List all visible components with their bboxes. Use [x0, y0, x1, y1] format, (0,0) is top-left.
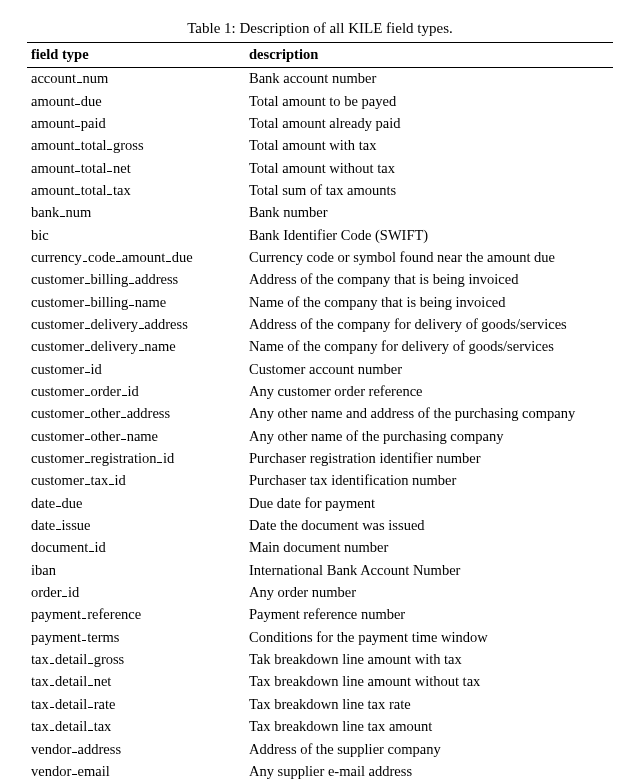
description-cell: Tax breakdown line tax amount — [245, 716, 613, 738]
underscore-icon — [129, 293, 134, 306]
field-type-value: datedue — [31, 495, 82, 511]
field-type-value: amounttotalnet — [31, 160, 131, 176]
field-type-cell: customerdeliveryname — [27, 336, 245, 358]
field-type-cell: customerdeliveryaddress — [27, 314, 245, 336]
field-type-cell: orderid — [27, 582, 245, 604]
table-row: taxdetailrateTax breakdown line tax rate — [27, 693, 613, 715]
description-cell: Customer account number — [245, 358, 613, 380]
field-type-cell: taxdetailnet — [27, 671, 245, 693]
description-cell: Bank Identifier Code (SWIFT) — [245, 224, 613, 246]
underscore-icon — [139, 338, 144, 351]
underscore-icon — [82, 606, 87, 619]
field-type-cell: customerbillingname — [27, 291, 245, 313]
field-type-cell: customerotheraddress — [27, 403, 245, 425]
description-cell: Name of the company that is being invoic… — [245, 291, 613, 313]
table-row: dateissueDate the document was issued — [27, 515, 613, 537]
underscore-icon — [50, 717, 55, 730]
underscore-icon — [50, 695, 55, 708]
description-cell: Purchaser tax identification number — [245, 470, 613, 492]
field-type-cell: customerorderid — [27, 381, 245, 403]
table-row: amounttotalgrossTotal amount with tax — [27, 135, 613, 157]
underscore-icon — [85, 405, 90, 418]
underscore-icon — [88, 673, 93, 686]
underscore-icon — [50, 673, 55, 686]
field-type-value: customerregistrationid — [31, 450, 174, 466]
underscore-icon — [122, 382, 127, 395]
field-type-cell: amountdue — [27, 90, 245, 112]
underscore-icon — [85, 271, 90, 284]
table-row: orderidAny order number — [27, 582, 613, 604]
underscore-icon — [75, 92, 80, 105]
field-type-value: currencycodeamountdue — [31, 249, 193, 265]
field-type-cell: customerothername — [27, 425, 245, 447]
field-type-value: customerdeliveryaddress — [31, 316, 188, 332]
field-type-value: documentid — [31, 539, 106, 555]
table-row: amountpaidTotal amount already paid — [27, 113, 613, 135]
table-row: taxdetailgrossTak breakdown line amount … — [27, 649, 613, 671]
underscore-icon — [75, 114, 80, 127]
table-row: datedueDue date for payment — [27, 492, 613, 514]
page: Table 1: Description of all KILE field t… — [0, 0, 640, 779]
underscore-icon — [88, 650, 93, 663]
field-type-cell: amounttotalnet — [27, 157, 245, 179]
field-type-value: customerothername — [31, 428, 158, 444]
field-type-value: customerid — [31, 361, 102, 377]
field-type-cell: amounttotaltax — [27, 180, 245, 202]
underscore-icon — [56, 516, 61, 529]
description-cell: Tak breakdown line amount with tax — [245, 649, 613, 671]
underscore-icon — [77, 69, 82, 82]
field-type-value: taxdetailrate — [31, 696, 115, 712]
description-cell: Payment reference number — [245, 604, 613, 626]
description-cell: Address of the company that is being inv… — [245, 269, 613, 291]
description-cell: Total amount already paid — [245, 113, 613, 135]
field-type-value: amountdue — [31, 93, 102, 109]
underscore-icon — [129, 271, 134, 284]
underscore-icon — [85, 293, 90, 306]
underscore-icon — [109, 472, 114, 485]
field-type-value: accountnum — [31, 70, 108, 86]
field-type-cell: datedue — [27, 492, 245, 514]
underscore-icon — [88, 695, 93, 708]
underscore-icon — [56, 494, 61, 507]
field-type-value: amounttotaltax — [31, 182, 131, 198]
description-cell: Conditions for the payment time window — [245, 626, 613, 648]
field-type-cell: customertaxid — [27, 470, 245, 492]
table-header-row: field type description — [27, 43, 613, 68]
table-row: customerbillingaddressAddress of the com… — [27, 269, 613, 291]
table-row: customerothernameAny other name of the p… — [27, 425, 613, 447]
description-cell: International Bank Account Number — [245, 559, 613, 581]
description-cell: Total amount without tax — [245, 157, 613, 179]
field-type-value: taxdetailnet — [31, 673, 111, 689]
table-row: customerdeliverynameName of the company … — [27, 336, 613, 358]
field-type-value: amounttotalgross — [31, 137, 144, 153]
table-row: customerbillingnameName of the company t… — [27, 291, 613, 313]
underscore-icon — [85, 472, 90, 485]
underscore-icon — [50, 650, 55, 663]
underscore-icon — [85, 449, 90, 462]
header-description: description — [245, 43, 613, 68]
underscore-icon — [157, 449, 162, 462]
description-cell: Total amount to be payed — [245, 90, 613, 112]
field-type-cell: accountnum — [27, 67, 245, 90]
underscore-icon — [75, 137, 80, 150]
table-row: documentidMain document number — [27, 537, 613, 559]
table-row: customeridCustomer account number — [27, 358, 613, 380]
underscore-icon — [85, 315, 90, 328]
field-type-value: paymentreference — [31, 606, 141, 622]
description-cell: Any other name and address of the purcha… — [245, 403, 613, 425]
description-cell: Address of the company for delivery of g… — [245, 314, 613, 336]
field-type-cell: bic — [27, 224, 245, 246]
description-cell: Name of the company for delivery of good… — [245, 336, 613, 358]
description-cell: Address of the supplier company — [245, 738, 613, 760]
field-type-value: dateissue — [31, 517, 91, 533]
field-type-cell: iban — [27, 559, 245, 581]
underscore-icon — [75, 159, 80, 172]
field-type-cell: taxdetailtax — [27, 716, 245, 738]
underscore-icon — [75, 181, 80, 194]
table-caption: Table 1: Description of all KILE field t… — [10, 18, 630, 38]
underscore-icon — [107, 181, 112, 194]
description-cell: Bank number — [245, 202, 613, 224]
field-type-cell: amounttotalgross — [27, 135, 245, 157]
field-type-cell: vendoraddress — [27, 738, 245, 760]
field-type-value: customerorderid — [31, 383, 139, 399]
